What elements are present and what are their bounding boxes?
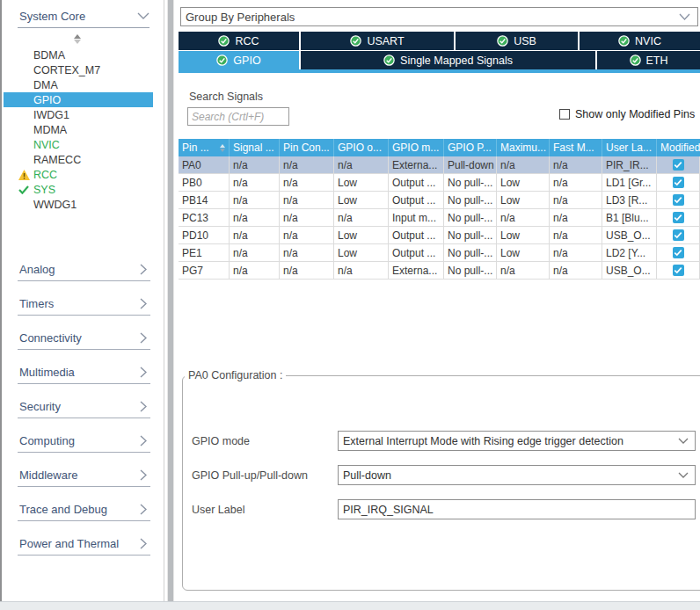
table-row-pd10[interactable]: PD10n/an/aLowOutput ...No pull-...Lown/a…: [179, 227, 700, 244]
tab-nvic[interactable]: NVIC: [578, 32, 700, 50]
sidebar-item-nvic[interactable]: NVIC: [2, 137, 164, 152]
column-header-label: GPIO o...: [338, 142, 382, 154]
category-label: Trace and Debug: [19, 503, 107, 516]
column-header-pin-con[interactable]: Pin Con...: [280, 139, 334, 156]
chevron-down-icon: [678, 438, 689, 444]
sidebar-section-label: System Core: [19, 10, 85, 23]
horizontal-scrollbar[interactable]: [0, 601, 700, 610]
sidebar-section-computing[interactable]: Computing: [2, 429, 164, 463]
table-row-pa0[interactable]: PA0n/an/an/aExterna...Pull-downn/an/aPIR…: [179, 156, 700, 174]
panel-splitter[interactable]: [167, 0, 174, 601]
column-header-signal[interactable]: Signal ...: [230, 139, 280, 156]
sidebar-item-mdma[interactable]: MDMA: [2, 122, 164, 137]
cell-gpio-m: Externa...: [389, 262, 444, 280]
sidebar-item-gpio[interactable]: GPIO: [4, 92, 153, 107]
sidebar-item-label: DMA: [33, 79, 58, 91]
column-header-fast-m[interactable]: Fast M...: [550, 139, 602, 156]
peripheral-tabs-row-1: RCCUSARTUSBNVIC: [179, 32, 700, 50]
sidebar-section-connectivity[interactable]: Connectivity: [2, 326, 164, 360]
modified-checkbox[interactable]: [673, 194, 684, 206]
column-header-modified[interactable]: Modified: [657, 139, 700, 156]
cell-gpio-m: Externa...: [389, 156, 444, 174]
tab-label: NVIC: [635, 35, 661, 47]
sidebar-section-multimedia[interactable]: Multimedia: [2, 360, 164, 395]
sidebar-item-sys[interactable]: SYS: [2, 182, 164, 197]
column-header-maximu[interactable]: Maximu...: [497, 139, 550, 156]
select-gpio-pull-up-pull-down[interactable]: Pull-down: [338, 465, 696, 485]
modified-checkbox[interactable]: [673, 247, 684, 258]
input-user-label[interactable]: [338, 499, 696, 519]
sidebar-item-wwdg1[interactable]: WWDG1: [2, 197, 164, 212]
sidebar-section-power-and-thermal[interactable]: Power and Thermal: [2, 532, 164, 566]
sidebar-section-analog[interactable]: Analog: [2, 258, 164, 292]
check-circle-icon: [383, 54, 395, 66]
tab-usb[interactable]: USB: [454, 32, 578, 50]
cell-gpio-p: Pull-down: [444, 156, 497, 174]
sidebar-section-trace-and-debug[interactable]: Trace and Debug: [2, 497, 164, 532]
column-header-gpio-o[interactable]: GPIO o...: [334, 139, 389, 156]
table-row-pb0[interactable]: PB0n/an/aLowOutput ...No pull-...Lown/aL…: [179, 174, 700, 192]
cell-signal: n/a: [230, 192, 280, 209]
cell-gpio-p: No pull-...: [444, 174, 497, 192]
sidebar-item-dma[interactable]: DMA: [2, 77, 164, 92]
column-header-label: Pin Con...: [283, 142, 330, 154]
column-header-gpio-m[interactable]: GPIO m...: [389, 139, 444, 156]
category-divider: [18, 418, 150, 418]
table-row-pc13[interactable]: PC13n/an/an/aInput m...No pull-...n/an/a…: [179, 209, 700, 227]
cell-pin: PE1: [179, 244, 230, 262]
show-only-modified-checkbox[interactable]: [559, 109, 570, 120]
peripheral-tabs-row-2: GPIOSingle Mapped SignalsETH: [179, 51, 700, 69]
tab-label: USB: [514, 35, 536, 47]
check-circle-icon: [618, 35, 630, 47]
pin-configuration-legend: PA0 Configuration :: [185, 369, 286, 381]
tab-single-mapped-signals[interactable]: Single Mapped Signals: [299, 51, 595, 69]
item-icon-placeholder: [18, 125, 30, 135]
category-row: Multimedia: [2, 360, 164, 379]
table-row-pg7[interactable]: PG7n/an/an/aExterna...No pull-...n/an/aU…: [179, 262, 700, 280]
tab-label: RCC: [235, 35, 259, 47]
active-tab-accent-bar: [179, 69, 700, 73]
sidebar-section-middleware[interactable]: Middleware: [2, 463, 164, 497]
cell-gpio-o: n/a: [334, 209, 389, 227]
show-only-modified-label: Show only Modified Pins: [575, 108, 695, 120]
sidebar-item-cortex-m7[interactable]: CORTEX_M7: [2, 62, 164, 77]
check-icon: [18, 185, 30, 195]
cell-gpio-m: Output ...: [389, 227, 444, 244]
select-gpio-mode[interactable]: External Interrupt Mode with Rising edge…: [338, 431, 696, 451]
modified-checkbox[interactable]: [673, 265, 684, 276]
sidebar-item-iwdg1[interactable]: IWDG1: [2, 107, 164, 122]
sidebar-item-bdma[interactable]: BDMA: [2, 47, 164, 62]
modified-checkbox[interactable]: [673, 229, 684, 241]
category-label: Security: [19, 400, 61, 413]
pin-configuration-fields: GPIO modeExternal Interrupt Mode with Ri…: [183, 381, 700, 519]
column-header-pin[interactable]: Pin ...: [179, 139, 230, 156]
sidebar-item-ramecc[interactable]: RAMECC: [2, 152, 164, 167]
sidebar-section-timers[interactable]: Timers: [2, 292, 164, 326]
sidebar-section-security[interactable]: Security: [2, 395, 164, 429]
sidebar-section-system-core[interactable]: System Core: [19, 8, 149, 24]
tab-rcc[interactable]: RCC: [179, 32, 299, 50]
modified-checkbox[interactable]: [673, 177, 684, 188]
group-by-value: Group By Peripherals: [186, 11, 295, 24]
item-icon-placeholder: [18, 50, 30, 61]
chevron-right-icon: [140, 504, 147, 515]
tab-gpio[interactable]: GPIO: [179, 51, 299, 69]
tab-eth[interactable]: ETH: [595, 51, 700, 69]
column-header-gpio-p[interactable]: GPIO P...: [444, 139, 497, 156]
table-row-pb14[interactable]: PB14n/an/aLowOutput ...No pull-...Lown/a…: [179, 192, 700, 209]
cell-modified: [657, 209, 700, 227]
item-icon-placeholder: [18, 140, 30, 150]
column-header-user-la[interactable]: User La...: [602, 139, 657, 156]
item-icon-placeholder: [18, 110, 30, 120]
cell-user-la: USB_O...: [602, 227, 657, 244]
group-by-dropdown[interactable]: Group By Peripherals: [180, 7, 698, 26]
search-signals-input[interactable]: [187, 107, 289, 126]
chevron-right-icon: [140, 367, 147, 378]
sort-toggle-icon[interactable]: [70, 33, 84, 45]
modified-checkbox[interactable]: [673, 159, 684, 171]
check-circle-icon: [497, 35, 508, 47]
sidebar-item-rcc[interactable]: RCC: [2, 167, 164, 182]
tab-usart[interactable]: USART: [299, 32, 454, 50]
table-row-pe1[interactable]: PE1n/an/aLowOutput ...No pull-...Lown/aL…: [179, 244, 700, 262]
modified-checkbox[interactable]: [673, 212, 684, 223]
